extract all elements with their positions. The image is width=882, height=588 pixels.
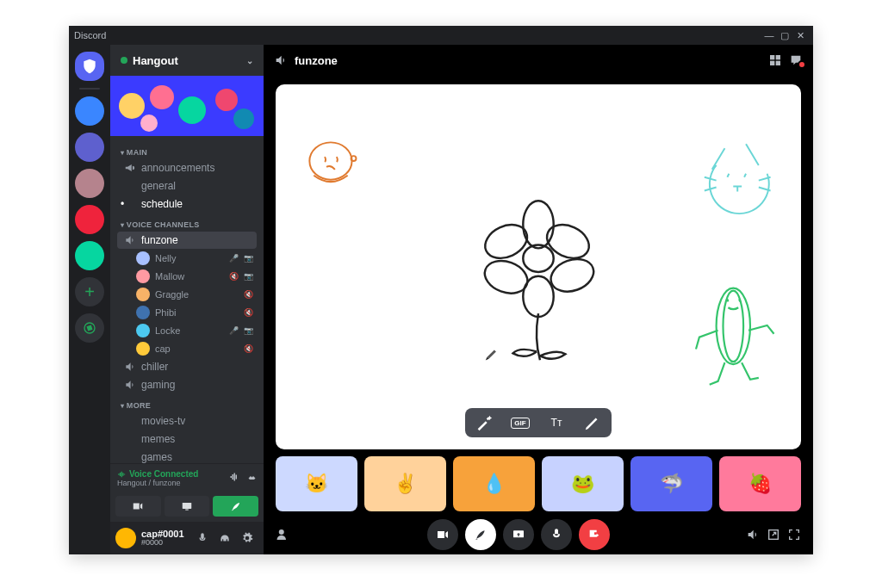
volume-icon[interactable]: [746, 528, 760, 542]
user-avatar-small: [136, 269, 150, 283]
window-close[interactable]: ✕: [792, 30, 808, 41]
voice-user[interactable]: cap 🔇: [117, 340, 257, 357]
popout-icon[interactable]: [767, 528, 780, 542]
category-header[interactable]: MORE: [114, 394, 260, 412]
pencil-tool-button[interactable]: [581, 413, 605, 432]
user-avatar-small: [136, 306, 150, 319]
video-toggle-button[interactable]: [115, 496, 161, 517]
fullscreen-icon[interactable]: [787, 528, 801, 542]
call-activity-button[interactable]: [465, 519, 496, 550]
channel-label: gaming: [141, 379, 175, 391]
server-icon[interactable]: [75, 133, 104, 162]
voice-status-panel: Voice Connected Hangout / funzone: [110, 463, 264, 492]
text-channel[interactable]: games: [117, 449, 257, 463]
grid-view-icon[interactable]: [768, 53, 782, 67]
participant-tile[interactable]: ✌️: [364, 456, 446, 511]
call-screen-button[interactable]: [503, 519, 534, 550]
magic-wand-button[interactable]: [472, 413, 496, 432]
text-channel[interactable]: general: [117, 177, 257, 195]
mic-icon: 🔇: [244, 344, 253, 353]
svg-point-6: [215, 89, 238, 111]
channel-label: funzone: [141, 234, 178, 246]
voice-user[interactable]: Locke 🎤 📷: [117, 322, 257, 339]
participant-tile[interactable]: 🦈: [630, 456, 712, 511]
channel-label: games: [141, 451, 172, 463]
svg-point-25: [717, 288, 750, 365]
mic-icon: 🔇: [229, 272, 239, 281]
notification-badge: [798, 60, 806, 69]
settings-button[interactable]: [241, 532, 258, 544]
add-server-button[interactable]: +: [75, 277, 104, 306]
svg-marker-1: [87, 325, 91, 330]
participant-tile[interactable]: 🍓: [719, 456, 801, 511]
chevron-down-icon: ⌄: [246, 56, 253, 65]
voice-user[interactable]: Graggle 🔇: [117, 286, 257, 303]
screen-share-button[interactable]: [165, 496, 210, 517]
voice-user-name: Locke: [155, 325, 224, 336]
text-channel[interactable]: memes: [117, 430, 257, 448]
voice-user[interactable]: Nelly 🎤 📷: [117, 250, 257, 267]
user-avatar-small: [136, 342, 150, 356]
category-header[interactable]: MAIN: [114, 141, 260, 158]
disconnect-icon[interactable]: [246, 472, 257, 482]
call-mic-button[interactable]: [541, 519, 572, 550]
channel-label: memes: [141, 433, 175, 445]
channel-title: funzone: [295, 54, 338, 67]
user-avatar-small: [136, 251, 150, 265]
svg-point-7: [233, 108, 254, 129]
text-channel[interactable]: announcements: [117, 159, 257, 176]
gif-button[interactable]: GIF: [508, 413, 532, 432]
speaker-icon: [124, 361, 136, 373]
server-icon[interactable]: [75, 169, 104, 198]
activity-button[interactable]: [213, 496, 258, 517]
svg-rect-13: [776, 61, 780, 65]
invite-button[interactable]: [276, 527, 291, 542]
user-footer: cap#0001 #0000: [110, 522, 264, 554]
hash-icon: [124, 198, 136, 210]
window-minimize[interactable]: —: [761, 30, 777, 40]
inbox-icon[interactable]: [789, 53, 803, 67]
mute-button[interactable]: [196, 532, 214, 544]
deafen-button[interactable]: [219, 532, 236, 544]
voice-channel[interactable]: funzone: [117, 232, 257, 249]
mic-icon: 🔇: [244, 308, 253, 317]
call-controls: [264, 515, 813, 554]
app-name: Discord: [74, 30, 106, 40]
server-rail: +: [69, 45, 110, 554]
svg-point-27: [279, 529, 284, 535]
user-avatar[interactable]: [115, 528, 136, 548]
window-maximize[interactable]: ▢: [777, 30, 792, 41]
drawing-canvas[interactable]: GIF Tт: [276, 84, 801, 449]
category-header[interactable]: VOICE CHANNELS: [114, 214, 260, 231]
explore-button[interactable]: [75, 313, 104, 343]
hash-icon: [124, 180, 136, 192]
participant-tile[interactable]: 🐸: [542, 456, 624, 511]
server-icon[interactable]: [75, 241, 104, 270]
text-tool-button[interactable]: Tт: [544, 413, 568, 432]
call-video-button[interactable]: [427, 519, 458, 550]
main-stage: funzone: [264, 45, 813, 554]
server-header[interactable]: Hangout ⌄: [110, 45, 264, 76]
channel-sidebar: Hangout ⌄ MAINannouncementsgeneral•sched…: [110, 45, 264, 554]
call-leave-button[interactable]: [579, 519, 610, 550]
participant-tile[interactable]: 🐱: [276, 456, 357, 511]
participant-tile[interactable]: 💧: [453, 456, 535, 511]
speaker-icon: [124, 379, 136, 391]
voice-user[interactable]: Phibi 🔇: [117, 304, 257, 321]
server-icon[interactable]: [75, 205, 104, 234]
text-channel[interactable]: movies-tv: [117, 412, 257, 430]
voice-action-row: [110, 492, 264, 522]
svg-rect-23: [487, 350, 495, 358]
user-avatar-small: [136, 288, 150, 301]
svg-rect-11: [776, 55, 780, 59]
noise-suppression-icon[interactable]: [229, 472, 239, 482]
server-name: Hangout: [133, 54, 178, 67]
server-icon[interactable]: [75, 96, 104, 126]
user-tag: #0000: [141, 539, 191, 548]
voice-channel[interactable]: chiller: [117, 358, 257, 375]
home-button[interactable]: [75, 52, 104, 81]
voice-channel[interactable]: gaming: [117, 376, 257, 393]
text-channel[interactable]: •schedule: [117, 195, 257, 213]
canvas-toolbar: GIF Tт: [465, 408, 612, 437]
voice-user[interactable]: Mallow 🔇 📷: [117, 268, 257, 285]
